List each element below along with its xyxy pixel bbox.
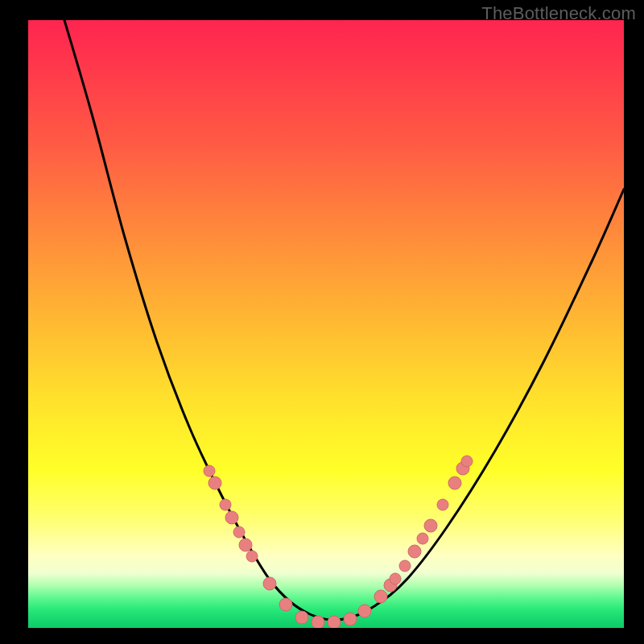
data-marker bbox=[328, 616, 341, 628]
data-marker bbox=[225, 511, 238, 524]
chart-plot-area bbox=[28, 20, 624, 628]
data-marker bbox=[295, 611, 308, 624]
data-marker bbox=[246, 551, 258, 562]
data-marker bbox=[456, 462, 469, 475]
data-marker bbox=[399, 560, 411, 572]
data-marker bbox=[204, 465, 215, 477]
data-marker bbox=[358, 605, 371, 617]
data-marker bbox=[408, 545, 421, 558]
chart-svg bbox=[28, 20, 624, 628]
data-marker bbox=[312, 616, 324, 628]
data-marker bbox=[417, 533, 428, 544]
data-marker bbox=[424, 519, 437, 532]
chart-frame: TheBottleneck.com bbox=[0, 0, 644, 644]
data-marker bbox=[220, 499, 231, 510]
watermark-label: TheBottleneck.com bbox=[481, 3, 636, 24]
curve-layer bbox=[64, 20, 624, 620]
data-marker bbox=[263, 577, 276, 590]
data-marker bbox=[239, 539, 252, 551]
bottleneck-curve bbox=[64, 20, 624, 620]
data-marker bbox=[437, 499, 448, 510]
data-marker bbox=[384, 579, 397, 592]
data-marker bbox=[461, 456, 473, 467]
data-marker bbox=[233, 526, 245, 538]
data-marker bbox=[279, 598, 292, 611]
data-marker bbox=[448, 477, 461, 489]
marker-layer bbox=[204, 456, 473, 628]
data-marker bbox=[390, 573, 401, 584]
data-marker bbox=[344, 613, 357, 625]
data-marker bbox=[208, 477, 221, 489]
data-marker bbox=[374, 590, 387, 603]
